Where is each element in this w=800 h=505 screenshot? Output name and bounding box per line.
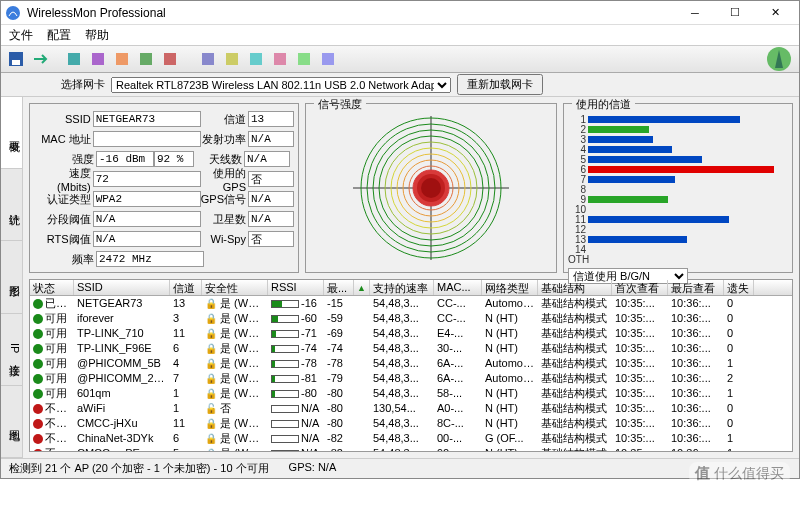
column-header[interactable]: 首次查看 [612,280,668,295]
channel-bar: 13 [568,234,788,244]
menu-file[interactable]: 文件 [9,25,33,45]
channel-bar: 9 [568,194,788,204]
titlebar: WirelessMon Professional ─ ☐ ✕ [1,1,799,25]
app-window: WirelessMon Professional ─ ☐ ✕ 文件 配置 帮助 … [0,0,800,479]
column-header[interactable]: SSID [74,280,170,295]
network-row[interactable]: 已连接NETGEAR7313🔒 是 (WPA2)-16-1554,48,3...… [30,296,792,311]
status-ap: 检测到 21 个 AP (20 个加密 - 1 个未加密) - 10 个可用 [9,461,269,476]
minimize-button[interactable]: ─ [675,1,715,25]
column-header[interactable]: ▲ [354,280,370,295]
toolbar [1,45,799,73]
svg-rect-5 [116,53,128,65]
signal-title: 信号强度 [314,97,366,112]
channel-bar: 4 [568,144,788,154]
maximize-button[interactable]: ☐ [715,1,755,25]
network-row[interactable]: 不可用ChinaNet-3DYk6🔒 是 (WPA2)N/A-8254,48,3… [30,431,792,446]
column-header[interactable]: 最... [324,280,354,295]
channel-bar: 12 [568,224,788,234]
channel-bar: 1 [568,114,788,124]
window-title: WirelessMon Professional [27,6,675,20]
speed-field[interactable] [93,171,201,187]
channel-bar: 6 [568,164,788,174]
tool-icon-2[interactable] [89,50,107,68]
tab-stats[interactable]: 统计 [1,169,22,241]
tool-icon-9[interactable] [271,50,289,68]
menu-config[interactable]: 配置 [47,25,71,45]
gps-field[interactable] [248,171,294,187]
column-header[interactable]: 状态 [30,280,74,295]
network-grid: 状态SSID信道安全性RSSI最...▲支持的速率MAC...网络类型基础结构首… [29,279,793,452]
svg-rect-3 [68,53,80,65]
sat-field[interactable] [248,211,294,227]
channel-panel: 使用的信道 1234567891011121314OTH 信道使用 B/G/N [563,103,793,273]
channel-bar: 5 [568,154,788,164]
menubar: 文件 配置 帮助 [1,25,799,45]
network-row[interactable]: 不可用aWiFi1🔓 否N/A-80130,54...A0-...N (HT)基… [30,401,792,416]
network-row[interactable]: 可用TP-LINK_71011🔒 是 (WPA2)-71-6954,48,3..… [30,326,792,341]
adapter-row: 选择网卡 Realtek RTL8723B Wireless LAN 802.1… [1,73,799,97]
mac-field[interactable] [93,131,201,147]
freq-field[interactable] [96,251,204,267]
column-header[interactable]: 网络类型 [482,280,538,295]
network-row[interactable]: 不可用CMCC-vnPE5🔒 是 (WPA2)N/A-8254,48,3...9… [30,446,792,452]
gpssig-field[interactable] [248,191,294,207]
column-header[interactable]: 支持的速率 [370,280,434,295]
menu-help[interactable]: 帮助 [85,25,109,45]
arrow-icon[interactable] [31,50,49,68]
network-row[interactable]: 可用@PHICOMM_29#4037🔒 是 (WPA2)-81-7954,48,… [30,371,792,386]
tool-icon-4[interactable] [137,50,155,68]
reload-adapter-button[interactable]: 重新加载网卡 [457,74,543,95]
signal-radar [351,113,511,263]
tool-icon-11[interactable] [319,50,337,68]
column-header[interactable]: 安全性 [202,280,268,295]
close-button[interactable]: ✕ [755,1,795,25]
ssid-field[interactable] [93,111,201,127]
tool-icon-8[interactable] [247,50,265,68]
auth-field[interactable] [93,191,201,207]
adapter-select[interactable]: Realtek RTL8723B Wireless LAN 802.11n US… [111,77,451,93]
wispy-field[interactable] [248,231,294,247]
tower-icon [765,45,793,73]
network-row[interactable]: 可用iforever3🔒 是 (WPA2)-60-5954,48,3...CC-… [30,311,792,326]
svg-rect-6 [140,53,152,65]
tool-icon-10[interactable] [295,50,313,68]
channel-bar: 14 [568,244,788,254]
column-header[interactable]: 基础结构 [538,280,612,295]
column-header[interactable]: 信道 [170,280,202,295]
column-header[interactable]: RSSI [268,280,324,295]
tool-icon-3[interactable] [113,50,131,68]
network-row[interactable]: 可用601qm1🔒 是 (WPA2)-80-8054,48,3...58-...… [30,386,792,401]
channel-bar: 7 [568,174,788,184]
tool-icon-7[interactable] [223,50,241,68]
svg-rect-4 [92,53,104,65]
tool-icon-6[interactable] [199,50,217,68]
tab-summary[interactable]: 概要 [1,97,22,169]
strength-field[interactable] [96,151,154,167]
watermark: 值 什么值得买 [689,462,790,485]
svg-rect-10 [250,53,262,65]
channel-field[interactable] [248,111,294,127]
frag-field[interactable] [93,211,201,227]
column-header[interactable]: 最后查看 [668,280,724,295]
tool-icon-1[interactable] [65,50,83,68]
adapter-label: 选择网卡 [61,77,105,92]
txpower-field[interactable] [248,131,294,147]
antenna-field[interactable] [244,151,290,167]
channel-title: 使用的信道 [572,97,635,112]
svg-rect-8 [202,53,214,65]
save-icon[interactable] [7,50,25,68]
rts-field[interactable] [93,231,201,247]
network-row[interactable]: 可用@PHICOMM_5B4🔒 是 (WPA2)-78-7854,48,3...… [30,356,792,371]
tab-map[interactable]: 地图 [1,386,22,458]
network-row[interactable]: 不可用CMCC-jHXu11🔒 是 (WPA2)N/A-8054,48,3...… [30,416,792,431]
column-header[interactable]: 遗失 [724,280,754,295]
svg-rect-12 [298,53,310,65]
tool-icon-5[interactable] [161,50,179,68]
tab-ipconn[interactable]: IP 连接 [1,314,22,386]
network-row[interactable]: 可用TP-LINK_F96E6🔒 是 (WPA2)-74-7454,48,3..… [30,341,792,356]
info-panel: SSID信道 MAC 地址发射功率 强度天线数 速度 (Mbits)使用的GPS… [29,103,299,273]
tab-graph[interactable]: 图形 [1,241,22,313]
svg-rect-13 [322,53,334,65]
pct-field[interactable] [154,151,194,167]
column-header[interactable]: MAC... [434,280,482,295]
